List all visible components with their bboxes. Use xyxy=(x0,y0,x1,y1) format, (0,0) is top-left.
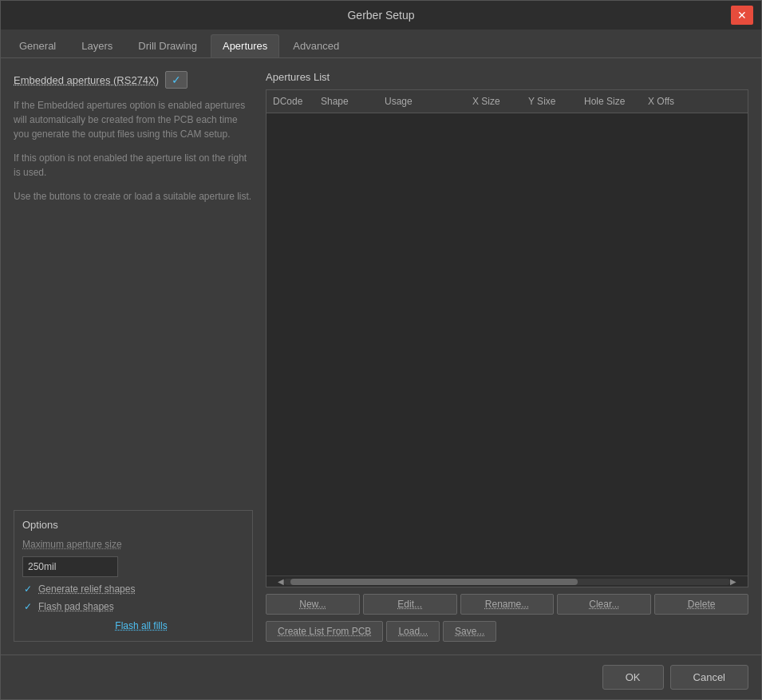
rename-button[interactable]: Rename... xyxy=(460,594,555,615)
create-list-from-pcb-button[interactable]: Create List From PCB xyxy=(266,621,383,642)
generate-relief-label: Generate relief shapes xyxy=(38,583,135,595)
tab-general[interactable]: General xyxy=(7,34,68,57)
gerber-setup-dialog: Gerber Setup ✕ General Layers Drill Draw… xyxy=(0,0,762,700)
info-text-1: If the Embedded apertures option is enab… xyxy=(14,98,253,141)
flash-all-fills-button[interactable]: Flash all fills xyxy=(22,619,244,633)
col-xsize: X Size xyxy=(466,93,522,109)
main-content: Embedded apertures (RS274X) ✓ If the Emb… xyxy=(1,58,761,655)
col-usage: Usage xyxy=(378,93,466,109)
info-text-2: If this option is not enabled the apertu… xyxy=(14,151,253,180)
generate-relief-row[interactable]: ✓ Generate relief shapes xyxy=(22,583,244,595)
options-content: Maximum aperture size ✓ Generate relief … xyxy=(22,539,244,633)
flash-pad-row[interactable]: ✓ Flash pad shapes xyxy=(22,601,244,612)
options-group: Options Maximum aperture size ✓ Generate… xyxy=(14,510,253,642)
left-panel: Embedded apertures (RS274X) ✓ If the Emb… xyxy=(14,71,253,642)
scroll-left-icon[interactable]: ◀ xyxy=(278,577,284,586)
tab-drill-drawing[interactable]: Drill Drawing xyxy=(126,34,209,57)
apertures-table: DCode Shape Usage X Size Y Sixe Hole Siz… xyxy=(266,89,748,587)
save-button[interactable]: Save... xyxy=(443,621,496,642)
dialog-title: Gerber Setup xyxy=(31,9,731,22)
delete-button[interactable]: Delete xyxy=(654,594,748,615)
embedded-apertures-checkbox[interactable]: ✓ xyxy=(165,71,188,89)
tab-bar: General Layers Drill Drawing Apertures A… xyxy=(1,30,761,58)
max-aperture-label: Maximum aperture size xyxy=(22,539,244,550)
right-panel: Apertures List DCode Shape Usage X Size … xyxy=(266,71,748,642)
tab-advanced[interactable]: Advanced xyxy=(281,34,351,57)
flash-pad-check-icon: ✓ xyxy=(22,601,34,612)
tab-layers[interactable]: Layers xyxy=(69,34,124,57)
action-buttons-row1: New... Edit... Rename... Clear... Delete xyxy=(266,594,748,615)
options-title: Options xyxy=(22,519,244,531)
col-dcode: DCode xyxy=(267,93,314,109)
col-shape: Shape xyxy=(314,93,378,109)
ok-button[interactable]: OK xyxy=(602,665,664,690)
info-text-3: Use the buttons to create or load a suit… xyxy=(14,189,253,204)
table-body xyxy=(267,113,748,575)
edit-button[interactable]: Edit... xyxy=(363,594,457,615)
footer: OK Cancel xyxy=(1,655,761,699)
action-buttons-row2: Create List From PCB Load... Save... xyxy=(266,621,748,642)
max-aperture-input[interactable] xyxy=(22,556,118,577)
col-holesize: Hole Size xyxy=(578,93,642,109)
clear-button[interactable]: Clear... xyxy=(557,594,651,615)
scrollbar-track xyxy=(284,579,730,585)
embedded-apertures-row: Embedded apertures (RS274X) ✓ xyxy=(14,71,253,89)
close-button[interactable]: ✕ xyxy=(731,6,753,25)
apertures-list-header: Apertures List xyxy=(266,71,748,83)
cancel-button[interactable]: Cancel xyxy=(670,665,748,690)
titlebar: Gerber Setup ✕ xyxy=(1,1,761,30)
scrollbar-thumb[interactable] xyxy=(290,579,578,585)
col-ysize: Y Sixe xyxy=(522,93,578,109)
flash-pad-label: Flash pad shapes xyxy=(38,601,114,612)
table-header: DCode Shape Usage X Size Y Sixe Hole Siz… xyxy=(267,90,748,113)
new-button[interactable]: New... xyxy=(266,594,360,615)
tab-apertures[interactable]: Apertures xyxy=(211,34,279,57)
load-button[interactable]: Load... xyxy=(386,621,440,642)
generate-relief-check-icon: ✓ xyxy=(22,583,34,595)
horizontal-scrollbar[interactable]: ◀ ▶ xyxy=(267,575,748,587)
col-xoffs: X Offs xyxy=(642,93,689,109)
embedded-apertures-label: Embedded apertures (RS274X) xyxy=(14,74,159,86)
scroll-right-icon[interactable]: ▶ xyxy=(730,577,736,586)
